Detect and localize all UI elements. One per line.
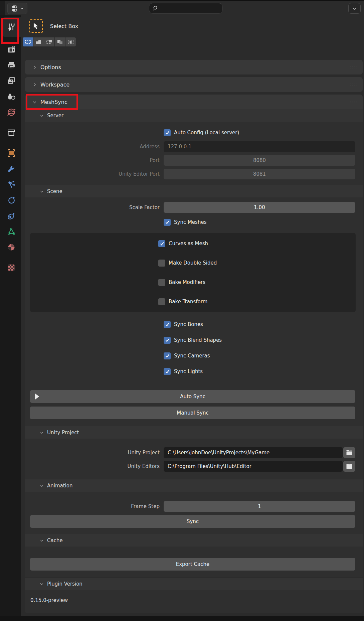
drag-grip-icon[interactable] [350, 100, 358, 104]
editor-type-dropdown[interactable] [7, 3, 27, 14]
subpanel-scene-header[interactable]: Scene [25, 185, 363, 197]
panel-options-header[interactable]: Options [25, 60, 363, 74]
header-corner [0, 1, 5, 15]
tab-texture[interactable] [2, 260, 21, 275]
select-mode-row [23, 37, 363, 46]
frame-step-field[interactable]: 1 [164, 501, 355, 512]
check-icon [165, 130, 170, 135]
tab-object-data[interactable] [2, 223, 21, 239]
curves-as-mesh-row: Curves as Mesh [158, 238, 356, 249]
plugin-version-value: 0.15.0-preview [25, 590, 363, 612]
subpanel-scene-label: Scene [47, 188, 62, 194]
chevron-down-icon [40, 189, 44, 193]
filter-dropdown-button[interactable] [348, 3, 361, 14]
drag-grip-icon[interactable] [350, 65, 358, 69]
curves-as-mesh-checkbox[interactable] [158, 240, 165, 247]
export-cache-button[interactable]: Export Cache [30, 558, 355, 571]
tab-output[interactable] [2, 57, 21, 73]
unity-editor-port-field[interactable]: 8081 [164, 169, 355, 179]
check-icon [165, 369, 170, 374]
blender-properties-editor: Select Box [0, 0, 364, 621]
animation-section: Frame Step 1 Sync [25, 492, 363, 534]
select-mode-extend-button[interactable] [33, 37, 44, 46]
make-double-sided-row: Make Double Sided [158, 258, 356, 268]
tab-particles[interactable] [2, 176, 21, 192]
unity-project-browse-button[interactable] [343, 447, 355, 458]
tab-physics[interactable] [2, 192, 21, 208]
render-icon [7, 45, 16, 54]
manual-sync-button[interactable]: Manual Sync [30, 407, 355, 419]
animation-sync-button[interactable]: Sync [30, 515, 355, 528]
tab-view-layer[interactable] [2, 73, 21, 89]
play-icon [34, 393, 40, 401]
subpanel-animation-label: Animation [47, 483, 72, 489]
select-mode-subtract-button[interactable] [44, 37, 54, 46]
chevron-down-icon [20, 7, 24, 10]
tab-object[interactable] [2, 145, 21, 161]
scene-section: Scale Factor 1.00 Sync Meshes [25, 197, 363, 426]
panel-workspace-header[interactable]: Workspace [25, 77, 363, 92]
subpanel-animation-header[interactable]: Animation [25, 479, 363, 492]
active-tool-title: Select Box [50, 23, 78, 29]
tab-collection[interactable] [2, 125, 21, 140]
modifiers-wrench-icon [7, 164, 16, 173]
world-icon [7, 108, 16, 117]
port-row: Port 8080 [25, 155, 363, 166]
subpanel-plugin-version-header[interactable]: Plugin Version [25, 577, 363, 590]
tab-material[interactable] [2, 239, 21, 255]
tab-tool[interactable] [2, 17, 21, 37]
unity-editors-browse-button[interactable] [343, 461, 355, 472]
search-input[interactable] [149, 3, 223, 14]
panel-meshsync: MeshSync Server [25, 95, 363, 613]
auto-sync-button[interactable]: Auto Sync [30, 390, 355, 403]
check-icon [165, 353, 170, 358]
tab-render[interactable] [2, 41, 21, 57]
select-mode-invert-button[interactable] [55, 37, 65, 46]
tab-constraints[interactable] [2, 208, 21, 223]
sync-cameras-checkbox[interactable] [164, 352, 171, 359]
subpanel-server-header[interactable]: Server [25, 109, 363, 122]
bake-transform-row: Bake Transform [158, 296, 356, 307]
subpanel-cache-header[interactable]: Cache [25, 534, 363, 547]
cache-section: Export Cache [25, 547, 363, 577]
sync-blend-shapes-checkbox[interactable] [164, 337, 171, 344]
manual-sync-label: Manual Sync [177, 410, 208, 416]
animation-sync-label: Sync [187, 518, 199, 524]
scale-factor-row: Scale Factor 1.00 [25, 202, 363, 213]
auto-config-checkbox[interactable] [164, 129, 171, 136]
scale-factor-field[interactable]: 1.00 [164, 202, 355, 213]
bake-modifiers-label: Bake Modifiers [169, 279, 205, 285]
folder-icon [346, 463, 353, 469]
tab-modifiers[interactable] [2, 161, 21, 176]
particles-icon [7, 180, 16, 189]
check-icon [165, 322, 170, 327]
select-mode-intersect-button[interactable] [65, 37, 76, 46]
panel-options: Options [25, 60, 363, 74]
drag-grip-icon[interactable] [350, 83, 358, 86]
subpanel-unity-project-header[interactable]: Unity Project [25, 426, 363, 439]
sync-bones-checkbox[interactable] [164, 321, 171, 328]
unity-project-path-field[interactable]: C:\Users\JohnDoe\UnityProjects\MyGame [164, 447, 343, 458]
select-mode-set-button[interactable] [23, 37, 33, 46]
unity-editors-path-field[interactable]: C:\Program Files\Unity\Hub\Editor [164, 461, 343, 472]
unity-project-section: Unity Project C:\Users\JohnDoe\UnityProj… [25, 439, 363, 479]
panel-meshsync-header[interactable]: MeshSync [25, 95, 363, 109]
export-cache-label: Export Cache [176, 561, 210, 567]
chevron-down-icon [40, 582, 44, 586]
bake-transform-checkbox[interactable] [158, 298, 165, 305]
subpanel-plugin-version-label: Plugin Version [47, 581, 82, 587]
tab-scene[interactable] [2, 89, 21, 104]
sync-lights-checkbox[interactable] [164, 368, 171, 375]
sync-cameras-label: Sync Cameras [174, 353, 210, 359]
subpanel-server-label: Server [47, 113, 63, 119]
port-field[interactable]: 8080 [164, 155, 355, 166]
bake-modifiers-checkbox[interactable] [158, 279, 165, 286]
make-double-sided-checkbox[interactable] [158, 260, 165, 267]
tab-world[interactable] [2, 104, 21, 120]
sync-meshes-checkbox[interactable] [164, 219, 171, 226]
unity-editors-label: Unity Editors [25, 463, 164, 469]
address-field[interactable]: 127.0.0.1 [164, 141, 355, 152]
check-icon [165, 338, 170, 342]
cursor-arrow-icon [33, 23, 39, 29]
subpanel-unity-project-label: Unity Project [47, 430, 79, 436]
